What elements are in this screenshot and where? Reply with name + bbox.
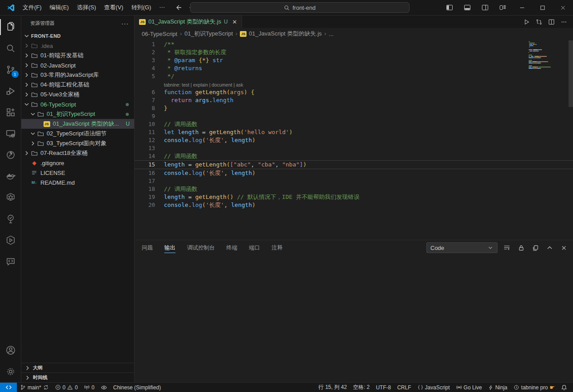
toggle-sidebar-icon[interactable]: [441, 0, 458, 15]
source-control-icon[interactable]: 1: [0, 59, 21, 80]
account-icon[interactable]: [0, 340, 21, 361]
status-indentation[interactable]: 空格: 2: [350, 383, 373, 392]
code-line-14[interactable]: 14// 调用函数: [135, 152, 573, 160]
code-line-9[interactable]: 9: [135, 112, 573, 120]
code-line-7[interactable]: 7 return args.length: [135, 96, 573, 104]
status-notifications[interactable]: [558, 383, 570, 392]
code-line-17[interactable]: 17: [135, 177, 573, 185]
tree-item-07-react18-[interactable]: 07-React18全家桶: [21, 148, 134, 158]
code-line-13[interactable]: 13: [135, 144, 573, 152]
panel-tab-注释[interactable]: 注释: [272, 240, 283, 255]
minimize-button[interactable]: [512, 0, 532, 15]
more-actions-icon[interactable]: [558, 16, 569, 27]
code-line-11[interactable]: 11let length = getLength('hello world'): [135, 128, 573, 136]
tree-item-03--javascript-[interactable]: 03-常用的JavaScript库: [21, 70, 134, 80]
code-line-8[interactable]: 8}: [135, 104, 573, 112]
maximize-button[interactable]: [532, 0, 553, 15]
menu-item-5[interactable]: ···: [155, 2, 169, 13]
status-eol[interactable]: CRLF: [394, 383, 414, 392]
panel-tab-终端[interactable]: 终端: [227, 240, 238, 255]
run-code-button[interactable]: [521, 16, 532, 27]
chat-icon[interactable]: [0, 251, 21, 272]
status-cursor-position[interactable]: 行 15, 列 42: [315, 383, 350, 392]
todo-tree-icon[interactable]: [0, 208, 21, 230]
remote-explorer-icon[interactable]: [0, 123, 21, 144]
code-line-1[interactable]: 1/**: [135, 40, 573, 48]
toggle-secondary-sidebar-icon[interactable]: [476, 0, 494, 15]
status-encoding[interactable]: UTF-8: [373, 383, 394, 392]
toggle-panel-icon[interactable]: [458, 0, 476, 15]
split-editor-icon[interactable]: [545, 16, 557, 27]
lock-scroll-icon[interactable]: [516, 243, 526, 253]
tree-item-01_javascript-[interactable]: JS01_JavaScript 类型的缺...U: [21, 119, 134, 129]
hexagon-icon[interactable]: [0, 230, 21, 251]
code-line-20[interactable]: 20console.log('长度', length): [135, 201, 573, 209]
tree-item-02-javascript[interactable]: 02-JavaScript: [21, 60, 134, 70]
run-debug-icon[interactable]: [0, 80, 21, 102]
command-center-search[interactable]: front-end: [190, 2, 410, 13]
output-channel-select[interactable]: Code: [426, 242, 497, 253]
panel-tab-问题[interactable]: 问题: [142, 240, 153, 255]
code-line-3[interactable]: 3 * @param {*} str: [135, 56, 573, 64]
breadcrumb-item-3[interactable]: ...: [329, 31, 334, 37]
breadcrumb-item-1[interactable]: 01_初识TypeScript: [184, 30, 233, 38]
open-output-in-editor-icon[interactable]: [530, 243, 540, 253]
explorer-more-actions-icon[interactable]: ···: [121, 20, 129, 27]
code-editor[interactable]: 1/**2 * 获取指定参数的长度3 * @param {*} str4 * @…: [135, 40, 573, 240]
status-tabnine[interactable]: tabnine pro☛: [510, 383, 558, 392]
menu-item-4[interactable]: 转到(G): [127, 2, 155, 13]
editor-tab[interactable]: JS 01_JavaScript 类型的缺失.js U ✕: [135, 16, 242, 28]
nav-back-icon[interactable]: [175, 4, 182, 11]
settings-icon[interactable]: [0, 361, 21, 382]
menu-item-1[interactable]: 编辑(E): [46, 2, 73, 13]
remote-indicator[interactable]: [0, 383, 17, 392]
tree-item-05-vue3-[interactable]: 05-Vue3全家桶: [21, 90, 134, 99]
code-line-4[interactable]: 4 * @returns: [135, 64, 573, 72]
breadcrumb-item-0[interactable]: 06-TypeScript: [142, 31, 177, 37]
tree-item-04--[interactable]: 04-前端工程化基础: [21, 80, 134, 90]
customize-layout-icon[interactable]: [494, 0, 512, 15]
tree-item-01--[interactable]: 01-前端开发基础: [21, 51, 134, 60]
tree-item-license[interactable]: LICENSE: [21, 168, 134, 178]
minimap[interactable]: [529, 41, 561, 69]
code-line-2[interactable]: 2 * 获取指定参数的长度: [135, 48, 573, 56]
menu-item-3[interactable]: 查看(V): [100, 2, 127, 13]
tree-item--idea[interactable]: .idea: [21, 41, 134, 51]
status-go-live[interactable]: Go Live: [453, 383, 485, 392]
files-icon[interactable]: [0, 16, 21, 38]
sidebar-section-1[interactable]: 时间线: [21, 372, 134, 382]
close-panel-icon[interactable]: [559, 243, 569, 253]
clear-output-icon[interactable]: [502, 243, 512, 253]
code-line-5[interactable]: 5 */: [135, 72, 573, 80]
code-line-18[interactable]: 18// 调用函数: [135, 185, 573, 193]
tab-close-icon[interactable]: ✕: [232, 19, 237, 25]
sidebar-section-0[interactable]: 大纲: [21, 363, 134, 372]
code-line-16[interactable]: 16console.log('长度', length): [135, 169, 573, 177]
workspace-root-folder[interactable]: FRONT-END: [21, 31, 134, 41]
status-ports[interactable]: 0: [81, 383, 98, 392]
tree-item-03_typescript-[interactable]: 03_TypeScript面向对象: [21, 139, 134, 148]
tree-item-01_-typescript[interactable]: 01_初识TypeScript: [21, 109, 134, 119]
tools-icon[interactable]: [0, 144, 21, 166]
editor-scrollbar[interactable]: [569, 40, 573, 107]
open-changes-icon[interactable]: [533, 16, 545, 27]
maximize-panel-icon[interactable]: [545, 243, 554, 253]
status-language-mode[interactable]: JavaScript: [414, 383, 453, 392]
menu-item-0[interactable]: 文件(F): [19, 2, 46, 13]
status-problems[interactable]: 00: [52, 383, 81, 392]
code-line-19[interactable]: 19length = getLength() // 默认情况下，IDE 并不能帮…: [135, 193, 573, 201]
code-line-6[interactable]: 6function getLength(args) {: [135, 88, 573, 96]
tree-item-02_typescript-[interactable]: 02_TypeScript语法细节: [21, 129, 134, 139]
code-line-15[interactable]: 15length = getLength(["abc", "cba", "nba…: [135, 160, 573, 169]
docker-icon[interactable]: [0, 166, 21, 187]
panel-tab-调试控制台[interactable]: 调试控制台: [187, 240, 215, 255]
status-language-pack[interactable]: Chinese (Simplified): [110, 383, 164, 392]
status-screencast[interactable]: [98, 383, 110, 392]
tree-item-06-typescript[interactable]: 06-TypeScript: [21, 99, 134, 109]
breadcrumb-item-2[interactable]: JS01_JavaScript 类型的缺失.js: [240, 30, 322, 38]
code-line-12[interactable]: 12console.log('长度', length): [135, 136, 573, 144]
panel-tab-端口[interactable]: 端口: [249, 240, 260, 255]
extensions-icon[interactable]: [0, 102, 21, 123]
code-line-10[interactable]: 10// 调用函数: [135, 120, 573, 128]
status-ninja[interactable]: Ninja: [485, 383, 510, 392]
